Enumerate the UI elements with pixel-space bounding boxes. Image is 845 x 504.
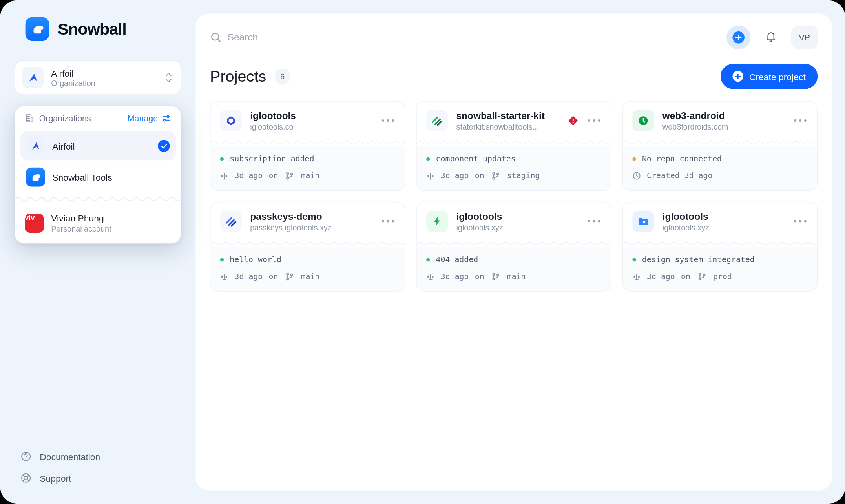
project-icon — [220, 110, 241, 131]
svg-point-24 — [588, 120, 590, 122]
svg-point-25 — [593, 120, 595, 122]
project-count: 6 — [274, 69, 290, 84]
project-commit-message: No repo connected — [642, 153, 721, 165]
branch-icon — [285, 272, 293, 281]
svg-point-5 — [167, 115, 169, 117]
org-panel-header-label: Organizations — [39, 113, 91, 123]
sidebar-link-documentation[interactable]: Documentation — [20, 451, 181, 462]
project-more-button[interactable] — [793, 214, 807, 229]
project-branch: prod — [713, 270, 732, 283]
project-card[interactable]: snowball-starter-kitstaterkit.snowballto… — [416, 101, 611, 191]
divider — [210, 241, 405, 247]
svg-point-1 — [26, 458, 26, 459]
clock-icon — [632, 172, 641, 180]
check-icon — [158, 140, 170, 152]
page-title: Projects — [210, 67, 266, 86]
svg-point-45 — [598, 220, 600, 223]
project-timestamp: 3d ago — [234, 270, 263, 283]
sidebar-link-support[interactable]: Support — [20, 473, 181, 483]
lifebuoy-icon — [20, 473, 31, 483]
project-icon — [220, 211, 241, 232]
project-name: iglootools — [456, 211, 503, 221]
project-on-word: on — [475, 170, 484, 182]
svg-point-6 — [163, 119, 165, 121]
personal-subtitle: Personal account — [51, 225, 111, 234]
personal-account-item[interactable]: viv Vivian Phung Personal account — [15, 207, 180, 243]
help-icon — [20, 451, 31, 462]
search-input[interactable] — [227, 32, 718, 43]
org-panel: Organizations Manage Airfoil Snowball To… — [15, 106, 181, 243]
project-icon — [632, 211, 654, 232]
svg-rect-27 — [429, 179, 432, 179]
svg-point-51 — [794, 220, 796, 223]
project-domain: passkeys.iglootools.xyz — [250, 223, 331, 232]
divider — [416, 241, 611, 247]
chevron-updown-icon — [164, 71, 173, 84]
svg-point-38 — [392, 220, 394, 223]
project-timestamp: 3d ago — [234, 170, 263, 182]
svg-point-3 — [24, 476, 28, 480]
add-button[interactable] — [726, 26, 750, 49]
svg-point-34 — [804, 120, 806, 122]
project-domain: iglootools.xyz — [662, 223, 709, 232]
svg-point-7 — [212, 33, 219, 40]
warning-icon — [568, 115, 578, 126]
svg-point-16 — [387, 120, 389, 122]
project-commit-message: hello world — [230, 254, 281, 266]
project-more-button[interactable] — [381, 214, 395, 229]
user-initials: VP — [799, 33, 810, 42]
plus-icon — [732, 31, 745, 44]
svg-rect-54 — [635, 279, 638, 280]
org-item-snowball-tools[interactable]: Snowball Tools — [20, 163, 175, 191]
project-icon — [426, 211, 448, 232]
svg-point-32 — [794, 120, 796, 122]
svg-point-17 — [392, 120, 394, 122]
project-icon — [426, 110, 448, 131]
project-more-button[interactable] — [587, 113, 601, 128]
org-switcher[interactable]: Airfoil Organization — [15, 60, 181, 95]
project-branch: main — [507, 270, 526, 283]
create-project-button[interactable]: Create project — [720, 64, 818, 89]
org-switcher-icon — [22, 67, 44, 88]
svg-line-8 — [218, 40, 220, 42]
project-more-button[interactable] — [587, 214, 601, 229]
manage-orgs-link[interactable]: Manage — [127, 113, 171, 123]
project-card[interactable]: iglootoolsiglootools.xyzdesign system in… — [622, 202, 818, 292]
app-name: Snowball — [58, 20, 126, 38]
project-name: iglootools — [662, 211, 709, 221]
project-card[interactable]: web3-androidweb3fordroids.comNo repo con… — [622, 101, 818, 191]
project-on-word: on — [475, 270, 484, 283]
user-avatar[interactable]: VP — [791, 26, 818, 49]
sidebar-link-label: Documentation — [40, 451, 100, 462]
app-logo-mark — [25, 17, 49, 41]
app-logo[interactable]: Snowball — [25, 17, 181, 41]
project-branch: main — [301, 170, 319, 182]
branch-icon — [697, 272, 706, 281]
branch-icon — [491, 172, 500, 180]
project-commit-message: component updates — [436, 153, 515, 165]
personal-avatar: viv — [25, 214, 44, 233]
source-icon — [220, 172, 228, 180]
status-dot — [426, 258, 430, 261]
svg-point-33 — [799, 120, 801, 122]
project-card[interactable]: iglootoolsiglootools.xyz404 added3d agoo… — [416, 202, 611, 292]
sidebar-link-label: Support — [40, 473, 71, 483]
project-commit-message: subscription added — [230, 153, 314, 165]
branch-icon — [285, 172, 293, 180]
project-more-button[interactable] — [381, 113, 395, 128]
notifications-button[interactable] — [759, 26, 783, 49]
org-item-name: Airfoil — [52, 141, 75, 151]
project-more-button[interactable] — [793, 113, 807, 128]
svg-rect-18 — [222, 179, 226, 179]
org-item-icon — [26, 136, 45, 155]
svg-point-53 — [804, 220, 806, 223]
bell-icon — [765, 30, 777, 45]
project-card[interactable]: iglootoolsiglootools.cosubscription adde… — [210, 101, 405, 191]
project-branch: main — [301, 270, 319, 283]
source-icon — [220, 272, 228, 281]
status-dot — [220, 258, 223, 261]
search-input-wrap[interactable] — [210, 31, 718, 44]
project-card[interactable]: passkeys-demopasskeys.iglootools.xyzhell… — [210, 202, 405, 292]
svg-point-43 — [588, 220, 590, 223]
org-item-airfoil[interactable]: Airfoil — [20, 131, 175, 160]
